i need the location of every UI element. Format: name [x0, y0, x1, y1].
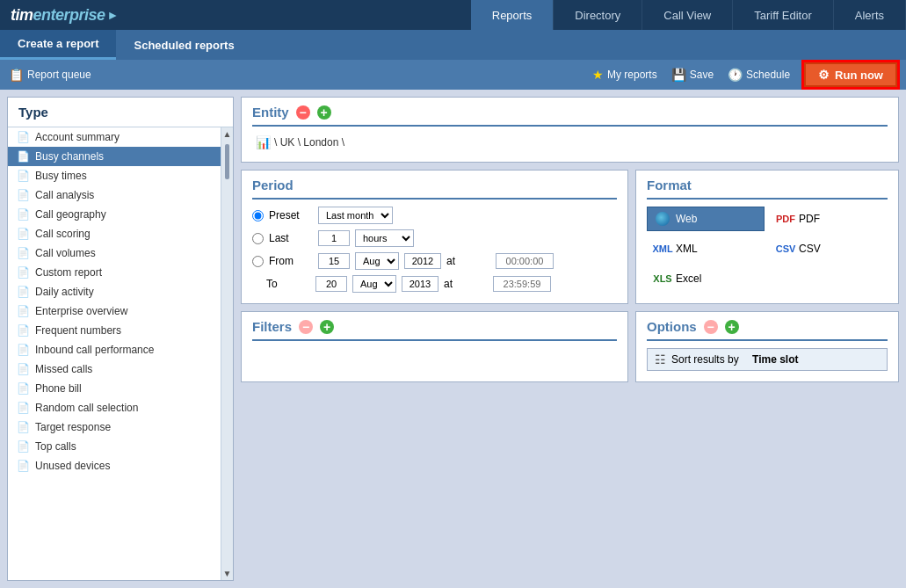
nav-tab-directory[interactable]: Directory	[554, 0, 642, 30]
period-from-label: From	[269, 255, 313, 267]
filters-header: Filters − +	[252, 319, 617, 341]
type-item-frequent-numbers[interactable]: 📄Frequent numbers	[8, 321, 233, 340]
filters-add-button[interactable]: +	[320, 320, 334, 334]
type-item-enterprise-overview[interactable]: 📄Enterprise overview	[8, 301, 233, 321]
period-last-value-input[interactable]	[318, 230, 350, 246]
format-option-web[interactable]: Web	[647, 207, 765, 231]
period-to-year-input[interactable]	[402, 276, 439, 292]
doc-icon: 📄	[17, 440, 30, 453]
period-preset-radio[interactable]	[252, 210, 264, 221]
save-button[interactable]: 💾 Save	[671, 68, 714, 82]
toolbar-right: ★ My reports 💾 Save 🕐 Schedule ⚙ Run now	[592, 62, 897, 87]
type-item-busy-times[interactable]: 📄Busy times	[8, 166, 233, 185]
doc-icon: 📄	[17, 189, 30, 201]
bottom-row: Period Preset Last month This month Last…	[241, 170, 899, 304]
star-icon: ★	[592, 68, 604, 82]
logo-area: timenterprise ►	[0, 0, 141, 30]
type-item-call-volumes[interactable]: 📄Call volumes	[8, 243, 233, 263]
doc-icon: 📄	[17, 460, 30, 472]
save-icon: 💾	[671, 68, 686, 82]
nav-tab-tariff[interactable]: Tariff Editor	[733, 0, 834, 30]
filters-remove-button[interactable]: −	[299, 320, 313, 334]
period-from-year-input[interactable]	[404, 253, 441, 269]
schedule-button[interactable]: 🕐 Schedule	[728, 68, 790, 82]
options-remove-button[interactable]: −	[704, 320, 718, 334]
type-list: 📄Account summary📄Busy channels📄Busy time…	[8, 127, 233, 580]
type-item-call-scoring[interactable]: 📄Call scoring	[8, 224, 233, 243]
type-item-call-analysis[interactable]: 📄Call analysis	[8, 185, 233, 205]
period-last-row: Last hours days weeks months	[252, 229, 617, 247]
report-queue-button[interactable]: 📋 Report queue	[9, 68, 91, 82]
period-to-day-input[interactable]	[315, 276, 347, 292]
doc-icon: 📄	[17, 382, 30, 395]
doc-icon: 📄	[17, 363, 30, 375]
period-from-time-input[interactable]	[496, 253, 554, 269]
format-title: Format	[647, 178, 692, 192]
filters-section: Filters − +	[241, 311, 628, 382]
options-add-button[interactable]: +	[725, 320, 739, 334]
options-sort-item: ☷ Sort results by Time slot	[647, 348, 888, 371]
doc-icon: 📄	[17, 305, 30, 317]
doc-icon: 📄	[17, 228, 30, 240]
period-preset-label: Preset	[269, 209, 313, 221]
type-item-inbound-call-performance[interactable]: 📄Inbound call performance	[8, 340, 233, 359]
doc-icon: 📄	[17, 286, 30, 298]
entity-title: Entity	[252, 105, 289, 120]
run-now-button[interactable]: ⚙ Run now	[804, 62, 897, 87]
type-item-daily-activity[interactable]: 📄Daily activity	[8, 282, 233, 301]
type-item-custom-report[interactable]: 📄Custom report	[8, 263, 233, 282]
app-logo: timenterprise	[11, 6, 105, 25]
scroll-up-arrow[interactable]: ▲	[221, 127, 233, 141]
scroll-down-arrow[interactable]: ▼	[221, 567, 233, 580]
entity-header: Entity − +	[252, 105, 888, 127]
my-reports-button[interactable]: ★ My reports	[592, 68, 657, 82]
period-to-at-label: at	[444, 278, 488, 290]
period-from-radio[interactable]	[252, 256, 264, 267]
period-to-label: To	[266, 278, 310, 290]
tab-create-report[interactable]: Create a report	[0, 30, 116, 60]
nav-tab-reports[interactable]: Reports	[471, 0, 554, 30]
type-item-account-summary[interactable]: 📄Account summary	[8, 127, 233, 147]
format-option-excel[interactable]: XLS Excel	[647, 266, 765, 291]
period-preset-select[interactable]: Last month This month Last week This wee…	[318, 207, 393, 224]
period-from-row: From Aug at	[252, 252, 617, 270]
format-grid: Web PDF PDF XML XML CSV CSV	[647, 207, 888, 291]
web-icon	[655, 211, 670, 227]
type-item-unused-devices[interactable]: 📄Unused devices	[8, 456, 233, 475]
type-item-missed-calls[interactable]: 📄Missed calls	[8, 359, 233, 379]
options-section: Options − + ☷ Sort results by Time slot	[635, 311, 899, 382]
type-panel: Type 📄Account summary📄Busy channels📄Busy…	[7, 97, 234, 581]
period-to-month-select[interactable]: Aug	[352, 275, 396, 293]
entity-remove-button[interactable]: −	[296, 105, 310, 120]
period-last-unit-select[interactable]: hours days weeks months	[355, 229, 414, 247]
period-to-time-input[interactable]	[493, 276, 551, 292]
report-queue-icon: 📋	[9, 68, 24, 82]
format-option-xml[interactable]: XML XML	[647, 236, 765, 261]
period-last-radio[interactable]	[252, 233, 264, 244]
doc-icon: 📄	[17, 324, 30, 337]
options-title: Options	[647, 319, 697, 334]
type-item-busy-channels[interactable]: 📄Busy channels	[8, 147, 233, 166]
period-title: Period	[252, 178, 294, 192]
type-item-random-call-selection[interactable]: 📄Random call selection	[8, 398, 233, 417]
type-item-call-geography[interactable]: 📄Call geography	[8, 205, 233, 224]
format-option-csv[interactable]: CSV CSV	[770, 236, 888, 261]
schedule-icon: 🕐	[728, 68, 743, 82]
nav-tab-callview[interactable]: Call View	[642, 0, 733, 30]
period-from-day-input[interactable]	[318, 253, 350, 269]
format-option-pdf[interactable]: PDF PDF	[770, 207, 888, 231]
type-item-phone-bill[interactable]: 📄Phone bill	[8, 379, 233, 398]
period-last-label: Last	[269, 232, 313, 244]
period-from-month-select[interactable]: Aug	[355, 252, 399, 270]
entity-add-button[interactable]: +	[317, 105, 331, 120]
right-panel: Entity − + 📊 \ UK \ London \ Period	[241, 97, 899, 581]
second-bottom-row: Filters − + Options − + ☷ Sort results b…	[241, 311, 899, 382]
toolbar: 📋 Report queue ★ My reports 💾 Save 🕐 Sch…	[0, 60, 906, 90]
type-item-target-response[interactable]: 📄Target response	[8, 417, 233, 437]
period-from-at-label: at	[446, 255, 490, 267]
doc-icon: 📄	[17, 170, 30, 182]
top-navigation: timenterprise ► Reports Directory Call V…	[0, 0, 906, 30]
type-item-top-calls[interactable]: 📄Top calls	[8, 437, 233, 456]
nav-tab-alerts[interactable]: Alerts	[834, 0, 906, 30]
tab-scheduled-reports[interactable]: Scheduled reports	[116, 30, 251, 60]
